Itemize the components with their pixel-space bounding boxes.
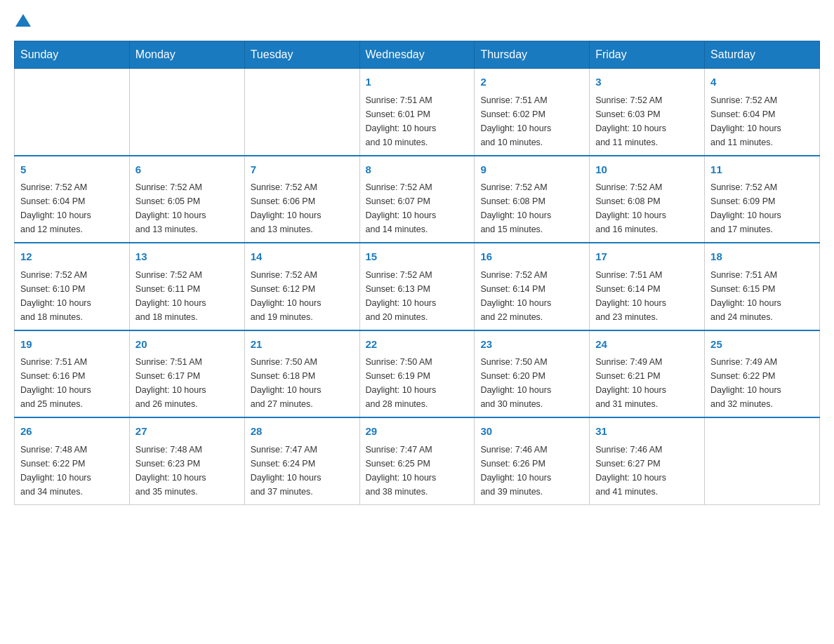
- day-info: Sunrise: 7:52 AM Sunset: 6:06 PM Dayligh…: [251, 180, 354, 236]
- calendar-cell: 24Sunrise: 7:49 AM Sunset: 6:21 PM Dayli…: [590, 330, 705, 418]
- day-info: Sunrise: 7:52 AM Sunset: 6:07 PM Dayligh…: [366, 180, 469, 236]
- day-number: 24: [595, 337, 699, 353]
- day-info: Sunrise: 7:52 AM Sunset: 6:04 PM Dayligh…: [710, 93, 814, 149]
- day-info: Sunrise: 7:52 AM Sunset: 6:08 PM Dayligh…: [480, 180, 583, 236]
- calendar-cell: 4Sunrise: 7:52 AM Sunset: 6:04 PM Daylig…: [705, 69, 820, 156]
- calendar-cell: 6Sunrise: 7:52 AM Sunset: 6:05 PM Daylig…: [129, 156, 244, 243]
- day-info: Sunrise: 7:50 AM Sunset: 6:20 PM Dayligh…: [480, 355, 583, 411]
- calendar-cell: 16Sunrise: 7:52 AM Sunset: 6:14 PM Dayli…: [475, 243, 590, 330]
- day-number: 22: [366, 337, 469, 353]
- weekday-header-row: SundayMondayTuesdayWednesdayThursdayFrid…: [15, 41, 820, 69]
- day-info: Sunrise: 7:52 AM Sunset: 6:14 PM Dayligh…: [480, 268, 583, 324]
- day-info: Sunrise: 7:52 AM Sunset: 6:05 PM Dayligh…: [135, 180, 239, 236]
- day-number: 3: [595, 74, 699, 90]
- weekday-header-wednesday: Wednesday: [359, 41, 475, 69]
- day-info: Sunrise: 7:51 AM Sunset: 6:02 PM Dayligh…: [480, 93, 583, 149]
- calendar-table: SundayMondayTuesdayWednesdayThursdayFrid…: [14, 41, 820, 505]
- day-number: 10: [595, 162, 699, 178]
- calendar-week-row: 1Sunrise: 7:51 AM Sunset: 6:01 PM Daylig…: [15, 69, 820, 156]
- calendar-cell: [15, 69, 130, 156]
- day-info: Sunrise: 7:48 AM Sunset: 6:23 PM Dayligh…: [135, 443, 239, 499]
- day-info: Sunrise: 7:50 AM Sunset: 6:18 PM Dayligh…: [251, 355, 354, 411]
- day-info: Sunrise: 7:51 AM Sunset: 6:01 PM Dayligh…: [366, 93, 469, 149]
- svg-marker-0: [15, 14, 31, 27]
- weekday-header-saturday: Saturday: [705, 41, 820, 69]
- calendar-cell: 11Sunrise: 7:52 AM Sunset: 6:09 PM Dayli…: [705, 156, 820, 243]
- day-number: 20: [135, 337, 239, 353]
- day-info: Sunrise: 7:46 AM Sunset: 6:26 PM Dayligh…: [480, 443, 583, 499]
- calendar-cell: 29Sunrise: 7:47 AM Sunset: 6:25 PM Dayli…: [359, 417, 475, 504]
- day-info: Sunrise: 7:52 AM Sunset: 6:09 PM Dayligh…: [710, 180, 814, 236]
- weekday-header-monday: Monday: [129, 41, 244, 69]
- calendar-week-row: 26Sunrise: 7:48 AM Sunset: 6:22 PM Dayli…: [15, 417, 820, 504]
- calendar-cell: 26Sunrise: 7:48 AM Sunset: 6:22 PM Dayli…: [15, 417, 130, 504]
- calendar-cell: 7Sunrise: 7:52 AM Sunset: 6:06 PM Daylig…: [244, 156, 359, 243]
- day-number: 25: [710, 337, 814, 353]
- day-number: 12: [20, 249, 124, 265]
- day-number: 2: [480, 74, 583, 90]
- calendar-cell: 10Sunrise: 7:52 AM Sunset: 6:08 PM Dayli…: [590, 156, 705, 243]
- calendar-cell: 22Sunrise: 7:50 AM Sunset: 6:19 PM Dayli…: [359, 330, 475, 418]
- weekday-header-friday: Friday: [590, 41, 705, 69]
- day-info: Sunrise: 7:49 AM Sunset: 6:21 PM Dayligh…: [595, 355, 699, 411]
- calendar-cell: 18Sunrise: 7:51 AM Sunset: 6:15 PM Dayli…: [705, 243, 820, 330]
- day-info: Sunrise: 7:52 AM Sunset: 6:10 PM Dayligh…: [20, 268, 124, 324]
- day-number: 5: [20, 162, 124, 178]
- day-info: Sunrise: 7:51 AM Sunset: 6:14 PM Dayligh…: [595, 268, 699, 324]
- logo: [14, 14, 31, 27]
- day-info: Sunrise: 7:48 AM Sunset: 6:22 PM Dayligh…: [20, 443, 124, 499]
- day-number: 6: [135, 162, 239, 178]
- day-number: 1: [366, 74, 469, 90]
- day-info: Sunrise: 7:49 AM Sunset: 6:22 PM Dayligh…: [710, 355, 814, 411]
- day-info: Sunrise: 7:52 AM Sunset: 6:12 PM Dayligh…: [251, 268, 354, 324]
- day-number: 26: [20, 424, 124, 440]
- calendar-cell: 31Sunrise: 7:46 AM Sunset: 6:27 PM Dayli…: [590, 417, 705, 504]
- day-number: 9: [480, 162, 583, 178]
- calendar-cell: 28Sunrise: 7:47 AM Sunset: 6:24 PM Dayli…: [244, 417, 359, 504]
- calendar-cell: [244, 69, 359, 156]
- day-number: 23: [480, 337, 583, 353]
- day-info: Sunrise: 7:47 AM Sunset: 6:25 PM Dayligh…: [366, 443, 469, 499]
- day-number: 15: [366, 249, 469, 265]
- calendar-cell: 2Sunrise: 7:51 AM Sunset: 6:02 PM Daylig…: [475, 69, 590, 156]
- day-info: Sunrise: 7:51 AM Sunset: 6:15 PM Dayligh…: [710, 268, 814, 324]
- day-number: 28: [251, 424, 354, 440]
- day-number: 21: [251, 337, 354, 353]
- day-number: 13: [135, 249, 239, 265]
- day-number: 19: [20, 337, 124, 353]
- day-info: Sunrise: 7:51 AM Sunset: 6:16 PM Dayligh…: [20, 355, 124, 411]
- calendar-cell: 23Sunrise: 7:50 AM Sunset: 6:20 PM Dayli…: [475, 330, 590, 418]
- day-info: Sunrise: 7:46 AM Sunset: 6:27 PM Dayligh…: [595, 443, 699, 499]
- calendar-cell: [129, 69, 244, 156]
- day-info: Sunrise: 7:52 AM Sunset: 6:03 PM Dayligh…: [595, 93, 699, 149]
- day-number: 8: [366, 162, 469, 178]
- day-info: Sunrise: 7:52 AM Sunset: 6:08 PM Dayligh…: [595, 180, 699, 236]
- calendar-cell: 8Sunrise: 7:52 AM Sunset: 6:07 PM Daylig…: [359, 156, 475, 243]
- day-info: Sunrise: 7:47 AM Sunset: 6:24 PM Dayligh…: [251, 443, 354, 499]
- calendar-cell: 14Sunrise: 7:52 AM Sunset: 6:12 PM Dayli…: [244, 243, 359, 330]
- day-number: 11: [710, 162, 814, 178]
- calendar-cell: 25Sunrise: 7:49 AM Sunset: 6:22 PM Dayli…: [705, 330, 820, 418]
- day-number: 16: [480, 249, 583, 265]
- calendar-cell: 3Sunrise: 7:52 AM Sunset: 6:03 PM Daylig…: [590, 69, 705, 156]
- calendar-cell: 13Sunrise: 7:52 AM Sunset: 6:11 PM Dayli…: [129, 243, 244, 330]
- day-number: 31: [595, 424, 699, 440]
- weekday-header-thursday: Thursday: [475, 41, 590, 69]
- calendar-cell: 30Sunrise: 7:46 AM Sunset: 6:26 PM Dayli…: [475, 417, 590, 504]
- calendar-week-row: 5Sunrise: 7:52 AM Sunset: 6:04 PM Daylig…: [15, 156, 820, 243]
- day-number: 18: [710, 249, 814, 265]
- day-number: 27: [135, 424, 239, 440]
- calendar-cell: 17Sunrise: 7:51 AM Sunset: 6:14 PM Dayli…: [590, 243, 705, 330]
- day-number: 4: [710, 74, 814, 90]
- day-info: Sunrise: 7:52 AM Sunset: 6:11 PM Dayligh…: [135, 268, 239, 324]
- calendar-cell: 12Sunrise: 7:52 AM Sunset: 6:10 PM Dayli…: [15, 243, 130, 330]
- calendar-week-row: 19Sunrise: 7:51 AM Sunset: 6:16 PM Dayli…: [15, 330, 820, 418]
- calendar-cell: 27Sunrise: 7:48 AM Sunset: 6:23 PM Dayli…: [129, 417, 244, 504]
- weekday-header-sunday: Sunday: [15, 41, 130, 69]
- weekday-header-tuesday: Tuesday: [244, 41, 359, 69]
- calendar-cell: 19Sunrise: 7:51 AM Sunset: 6:16 PM Dayli…: [15, 330, 130, 418]
- calendar-cell: 5Sunrise: 7:52 AM Sunset: 6:04 PM Daylig…: [15, 156, 130, 243]
- calendar-cell: 21Sunrise: 7:50 AM Sunset: 6:18 PM Dayli…: [244, 330, 359, 418]
- day-number: 30: [480, 424, 583, 440]
- day-number: 17: [595, 249, 699, 265]
